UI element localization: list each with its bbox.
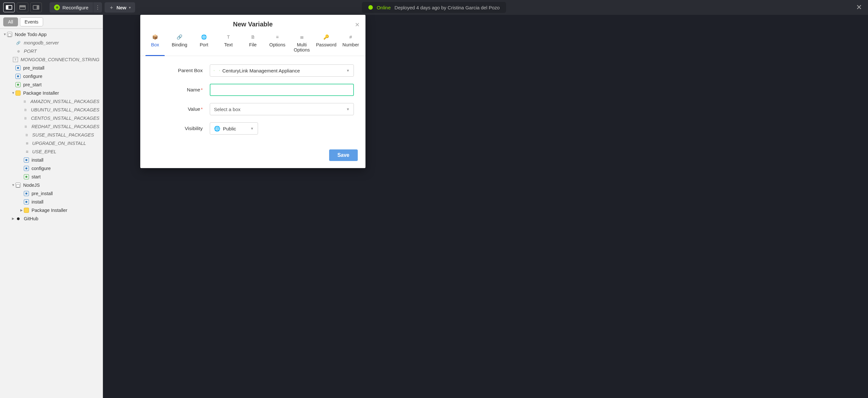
tree-item[interactable]: ▼pre_start — [0, 81, 103, 89]
close-icon: ✕ — [856, 3, 862, 11]
tree-item[interactable]: ▼🗎AMAZON_INSTALL_PACKAGES — [0, 97, 103, 106]
tree-item-label: REDHAT_INSTALL_PACKAGES — [32, 124, 99, 129]
new-label: New — [117, 5, 126, 10]
tree-item-label: pre_install — [32, 191, 53, 196]
caret-down-icon[interactable]: ▼ — [11, 183, 16, 187]
modal-close-button[interactable]: ✕ — [355, 21, 360, 28]
script-icon — [24, 158, 29, 163]
tree-item[interactable]: ▼install — [0, 198, 103, 206]
visibility-select[interactable]: 🌐 Public ▼ — [210, 122, 258, 135]
tree-item[interactable]: ▼pre_install — [0, 189, 103, 198]
caret-right-icon[interactable]: ▶ — [19, 208, 24, 212]
caret-down-icon[interactable]: ▼ — [3, 32, 7, 36]
app-box-icon — [7, 32, 12, 37]
name-label: Name* — [152, 87, 210, 93]
gear-icon: ✻ — [54, 4, 60, 10]
name-input[interactable] — [210, 84, 354, 96]
tree-item-label: mongodb_server — [24, 40, 59, 46]
type-tab-label: Multi Options — [294, 42, 310, 53]
reconfigure-button[interactable]: ✻ Reconfigure — [50, 2, 93, 12]
tree-item[interactable]: ▼start — [0, 173, 103, 181]
tree-item[interactable]: ▼≡USE_EPEL — [0, 147, 103, 156]
tree-item[interactable]: ▼🗎SUSE_INSTALL_PACKAGES — [0, 131, 103, 139]
tree-item[interactable]: ▼≡UPGRADE_ON_INSTALL — [0, 139, 103, 147]
tree-item-label: pre_install — [23, 65, 44, 70]
tree-item-label: install — [32, 199, 43, 204]
chevron-down-icon: ▾ — [129, 6, 131, 9]
layout-top-button[interactable] — [17, 3, 28, 12]
tree-item-label: SUSE_INSTALL_PACKAGES — [32, 132, 94, 138]
reconfigure-more-button[interactable]: ⋮ — [93, 2, 102, 12]
options-icon: ≡ — [24, 149, 30, 154]
new-button[interactable]: ＋ New ▾ — [104, 2, 135, 12]
file-icon: 🗎 — [24, 132, 30, 138]
text-icon: T — [217, 34, 239, 40]
save-button[interactable]: Save — [329, 149, 358, 161]
tree-item[interactable]: ▼pre_install — [0, 64, 103, 72]
tree-item-label: Package Installer — [23, 90, 59, 96]
tree-item-label: MONGODB_CONNECTION_STRING — [21, 57, 99, 62]
type-tab-box[interactable]: 📦Box — [143, 32, 167, 56]
tree-item-label: UBUNTU_INSTALL_PACKAGES — [31, 107, 99, 112]
layout-right-button[interactable] — [30, 3, 42, 12]
script-start-icon — [16, 82, 21, 87]
link-icon: 🔗 — [16, 40, 21, 46]
close-icon: ✕ — [355, 22, 360, 28]
sidebar-tab-all[interactable]: All — [3, 18, 18, 26]
tree-item[interactable]: ▼Node Todo App — [0, 30, 103, 39]
tree-item[interactable]: ▶Package Installer — [0, 206, 103, 215]
tree-item-label: AMAZON_INSTALL_PACKAGES — [30, 99, 99, 104]
parent-box-select[interactable]: CenturyLink Management Appliance ▼ — [210, 64, 354, 77]
chevron-down-icon: ▼ — [346, 68, 350, 73]
type-tab-options[interactable]: ≡Options — [265, 32, 289, 56]
kebab-icon: ⋮ — [95, 4, 100, 10]
type-tab-binding[interactable]: 🔗Binding — [167, 32, 192, 56]
tree-item[interactable]: ▼⊕PORT — [0, 47, 103, 55]
tree-item[interactable]: ▼🔗mongodb_server — [0, 39, 103, 47]
tree-item[interactable]: ▼configure — [0, 164, 103, 173]
binding-icon: 🔗 — [168, 34, 190, 40]
tree-item-label: Node Todo App — [15, 32, 46, 37]
tree-item[interactable]: ▼🗎REDHAT_INSTALL_PACKAGES — [0, 122, 103, 131]
sidebar-tab-events[interactable]: Events — [20, 18, 43, 26]
sidebar: All Events ▼Node Todo App▼🔗mongodb_serve… — [0, 15, 103, 398]
tree-item[interactable]: ▼TMONGODB_CONNECTION_STRING — [0, 55, 103, 64]
tree-item[interactable]: ▶⬢GitHub — [0, 215, 103, 223]
package-icon — [16, 90, 21, 96]
caret-right-icon[interactable]: ▶ — [11, 217, 16, 220]
tree-item[interactable]: ▼install — [0, 156, 103, 164]
tree-item[interactable]: ▼🗎UBUNTU_INSTALL_PACKAGES — [0, 106, 103, 114]
type-tab-number[interactable]: #Number — [338, 32, 363, 56]
tree-item-label: GitHub — [24, 216, 38, 221]
port-icon: 🌐 — [193, 34, 215, 40]
new-variable-modal: New Variable ✕ 📦Box🔗Binding🌐PortTText🗎Fi… — [140, 15, 366, 168]
value-placeholder: Select a box — [214, 107, 241, 112]
type-tab-text[interactable]: TText — [216, 32, 241, 56]
script-icon — [16, 74, 21, 79]
value-label: Value* — [152, 106, 210, 112]
file-icon: 🗎 — [23, 107, 28, 113]
number-icon: # — [340, 34, 362, 40]
caret-down-icon[interactable]: ▼ — [11, 91, 16, 95]
tree-item[interactable]: ▼NodeJS — [0, 181, 103, 189]
top-toolbar: ✻ Reconfigure ⋮ ＋ New ▾ Online Deployed … — [0, 0, 868, 15]
tree-item-label: start — [32, 174, 40, 179]
tree-item-label: PORT — [24, 49, 37, 54]
visibility-value: Public — [223, 126, 236, 132]
box-hex-icon — [214, 67, 220, 74]
type-tab-multi-options[interactable]: ≣Multi Options — [289, 32, 314, 56]
type-tab-file[interactable]: 🗎File — [241, 32, 265, 56]
tree-item[interactable]: ▼Package Installer — [0, 89, 103, 97]
visibility-label: Visibility — [152, 125, 210, 132]
type-tab-port[interactable]: 🌐Port — [192, 32, 216, 56]
tree-item[interactable]: ▼🗎CENTOS_INSTALL_PACKAGES — [0, 114, 103, 122]
script-icon — [16, 65, 21, 70]
value-select[interactable]: Select a box ▼ — [210, 103, 354, 115]
close-button[interactable]: ✕ — [855, 3, 863, 11]
tree-item[interactable]: ▼configure — [0, 72, 103, 81]
github-icon: ⬢ — [16, 216, 21, 222]
type-tab-password[interactable]: 🔑Password — [314, 32, 338, 56]
file-icon: 🗎 — [23, 115, 28, 121]
layout-left-button[interactable] — [3, 3, 15, 12]
box-icon: 📦 — [144, 34, 166, 40]
